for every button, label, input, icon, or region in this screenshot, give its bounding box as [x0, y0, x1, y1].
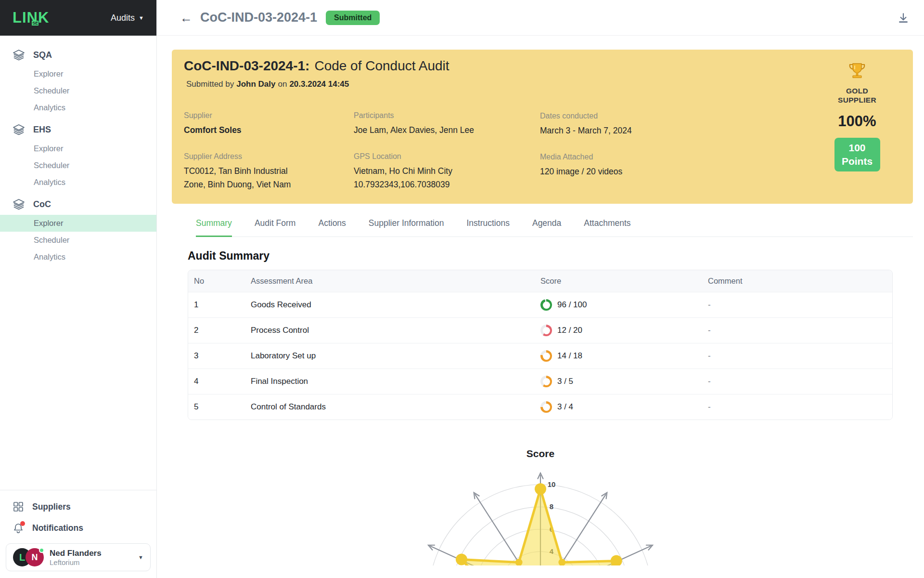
audit-summary-heading: Audit Summary	[188, 250, 924, 263]
field-dates-conducted: Dates conducted March 3 - March 7, 2024	[540, 112, 684, 137]
submitted-line: Submitted by John Daly on 20.3.2024 14:4…	[186, 79, 349, 89]
tab-supplier-information[interactable]: Supplier Information	[369, 218, 444, 237]
tab-bar: Summary Audit Form Actions Supplier Info…	[196, 204, 913, 237]
svg-text:8: 8	[550, 502, 553, 511]
tab-attachments[interactable]: Attachments	[584, 218, 630, 237]
score-ring	[540, 350, 552, 362]
trophy-icon	[847, 62, 867, 82]
sidebar-item-ehs-explorer[interactable]: Explorer	[0, 140, 156, 157]
table-row[interactable]: 3 Laboratory Set up 14 / 18 -	[188, 343, 892, 368]
sidebar-footer: Suppliers Notifications L N	[0, 490, 156, 578]
suppliers-label: Suppliers	[32, 502, 71, 512]
tab-audit-form[interactable]: Audit Form	[255, 218, 296, 237]
page-title: CoC-IND-03-2024-1	[200, 10, 317, 25]
score-chart-section: Score 10864	[157, 448, 924, 565]
sidebar-item-coc-explorer[interactable]: Explorer	[0, 215, 156, 232]
status-badge: Submitted	[326, 11, 380, 25]
field-supplier-address: Supplier Address TC0012, Tan Binh Indust…	[184, 152, 302, 191]
table-header-row: No Assessment Area Score Comment	[188, 270, 892, 292]
submitted-date: 20.3.2024 14:45	[289, 79, 349, 89]
notifications-label: Notifications	[32, 523, 83, 533]
field-supplier: Supplier Comfort Soles	[184, 111, 328, 137]
sidebar-item-sqa-analytics[interactable]: Analytics	[0, 99, 156, 116]
sidebar-section-ehs[interactable]: EHS	[0, 119, 156, 140]
avatar: L N	[13, 548, 44, 566]
sidebar-item-sqa-scheduler[interactable]: Scheduler	[0, 82, 156, 99]
app-window: LINK SE Audits ▼ SQA Explorer Scheduler	[0, 0, 924, 578]
table-row[interactable]: 4 Final Inspection 3 / 5 -	[188, 368, 892, 394]
chevron-down-icon: ▼	[138, 554, 143, 560]
sidebar-section-label: CoC	[33, 199, 51, 210]
award-panel: GOLD SUPPLIER 100% 100 Points	[826, 62, 888, 171]
sidebar-item-suppliers[interactable]: Suppliers	[6, 496, 151, 517]
chevron-down-icon: ▼	[139, 15, 144, 21]
tab-actions[interactable]: Actions	[318, 218, 346, 237]
sidebar-item-coc-scheduler[interactable]: Scheduler	[0, 232, 156, 249]
layers-icon	[13, 198, 25, 210]
sidebar-item-coc-analytics[interactable]: Analytics	[0, 249, 156, 265]
score-percent: 100%	[826, 113, 888, 130]
audits-dropdown-label: Audits	[111, 13, 135, 23]
score-radar-chart: 10864	[358, 463, 723, 565]
svg-text:10: 10	[548, 480, 556, 488]
bell-icon	[13, 522, 24, 534]
score-ring	[540, 325, 552, 336]
table-row[interactable]: 5 Control of Standards 3 / 4 -	[188, 394, 892, 420]
field-media-attached: Media Attached 120 image / 20 videos	[540, 153, 684, 178]
field-gps-location: GPS Location Vietnam, Ho Chi Minh City 1…	[354, 152, 513, 191]
score-ring	[540, 299, 552, 311]
audit-title: CoC-IND-03-2024-1:Code of Conduct Audit	[184, 58, 449, 74]
audit-header-card: CoC-IND-03-2024-1:Code of Conduct Audit …	[172, 50, 913, 204]
audits-dropdown[interactable]: Audits ▼	[111, 13, 144, 23]
layers-icon	[13, 123, 25, 136]
link-logo: LINK SE	[13, 9, 49, 26]
audit-summary-table: No Assessment Area Score Comment 1 Goods…	[188, 270, 893, 420]
page-header: ← CoC-IND-03-2024-1 Submitted	[157, 0, 924, 36]
user-menu[interactable]: L N Ned Flanders Leftorium ▼	[6, 543, 151, 571]
score-ring	[540, 376, 552, 387]
user-org: Leftorium	[50, 558, 132, 566]
logo-se-badge: SE	[32, 21, 38, 26]
sidebar-item-sqa-explorer[interactable]: Explorer	[0, 66, 156, 82]
table-row[interactable]: 2 Process Control 12 / 20 -	[188, 317, 892, 343]
score-ring	[540, 401, 552, 413]
tab-instructions[interactable]: Instructions	[466, 218, 509, 237]
tab-summary[interactable]: Summary	[196, 218, 232, 237]
sidebar-item-ehs-analytics[interactable]: Analytics	[0, 174, 156, 191]
audit-code: CoC-IND-03-2024-1:	[184, 58, 309, 73]
points-badge: 100 Points	[834, 138, 880, 172]
user-avatar: N	[26, 548, 44, 566]
table-row[interactable]: 1 Goods Received 96 / 100 -	[188, 292, 892, 317]
main-content: ← CoC-IND-03-2024-1 Submitted CoC-IND-03…	[157, 0, 924, 578]
sidebar: LINK SE Audits ▼ SQA Explorer Scheduler	[0, 0, 157, 578]
sidebar-section-sqa[interactable]: SQA	[0, 44, 156, 66]
sidebar-section-label: SQA	[33, 50, 52, 60]
user-name: Ned Flanders	[50, 549, 132, 558]
online-status-dot	[39, 548, 44, 553]
sidebar-item-notifications[interactable]: Notifications	[6, 517, 151, 539]
submitted-by: John Daly	[236, 79, 275, 89]
sidebar-section-label: EHS	[33, 125, 51, 135]
logo-text: LINK	[13, 9, 49, 26]
sidebar-section-coc[interactable]: CoC	[0, 194, 156, 215]
download-icon[interactable]	[897, 12, 910, 24]
supplier-tier-label: GOLD SUPPLIER	[826, 86, 888, 105]
notification-badge	[20, 521, 25, 526]
chart-title: Score	[157, 448, 924, 460]
tab-agenda[interactable]: Agenda	[532, 218, 561, 237]
audit-name: Code of Conduct Audit	[314, 58, 449, 73]
sidebar-header: LINK SE Audits ▼	[0, 0, 156, 36]
layers-icon	[13, 49, 25, 61]
field-participants: Participants Joe Lam, Alex Davies, Jenn …	[354, 111, 513, 137]
sidebar-item-ehs-scheduler[interactable]: Scheduler	[0, 157, 156, 174]
grid-icon	[13, 501, 24, 512]
back-button[interactable]: ←	[180, 12, 192, 24]
sidebar-nav: SQA Explorer Scheduler Analytics EHS Exp…	[0, 36, 156, 265]
